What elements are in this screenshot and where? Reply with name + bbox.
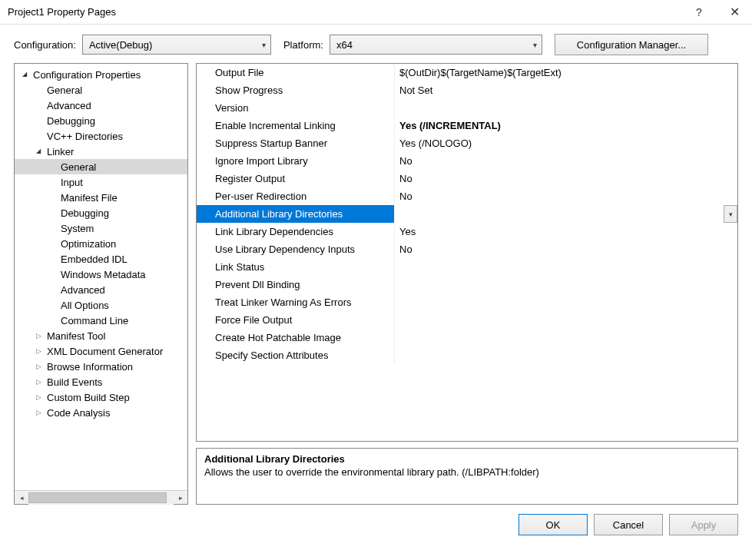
tree-item[interactable]: •VC++ Directories xyxy=(15,128,187,144)
tree-item[interactable]: ▷Build Events xyxy=(15,374,187,389)
property-name: Force File Output xyxy=(197,311,395,329)
property-row[interactable]: Per-user RedirectionNo xyxy=(197,187,737,205)
property-name: Output File xyxy=(197,64,395,81)
scroll-track[interactable] xyxy=(28,491,174,505)
tree-item[interactable]: •Debugging xyxy=(15,205,187,220)
property-name: Suppress Startup Banner xyxy=(197,134,395,152)
tree-item[interactable]: •Manifest File xyxy=(15,190,187,205)
expander-none: • xyxy=(47,194,58,201)
tree-item[interactable]: •Windows Metadata xyxy=(15,267,187,282)
tree-item[interactable]: ▷XML Document Generator xyxy=(15,343,187,359)
tree-item[interactable]: ▷Custom Build Step xyxy=(15,389,187,405)
configuration-manager-button[interactable]: Configuration Manager... xyxy=(555,34,708,55)
ok-button[interactable]: OK xyxy=(518,514,588,535)
property-name: Show Progress xyxy=(197,81,395,99)
scroll-thumb[interactable] xyxy=(28,492,167,503)
property-row[interactable]: Link Library DependenciesYes xyxy=(197,223,737,240)
tree-content: ◢Configuration Properties•General•Advanc… xyxy=(15,64,187,490)
property-row[interactable]: Force File Output xyxy=(197,311,737,329)
property-row[interactable]: Use Library Dependency InputsNo xyxy=(197,240,737,258)
property-row[interactable]: Create Hot Patchable Image xyxy=(197,329,737,346)
tree-item-label: Debugging xyxy=(44,115,95,127)
expander-open-icon[interactable]: ◢ xyxy=(33,148,44,154)
property-row[interactable]: Show ProgressNot Set xyxy=(197,81,737,99)
property-value[interactable]: Not Set xyxy=(395,81,737,99)
tree-item[interactable]: ▷Browse Information xyxy=(15,359,187,374)
expander-closed-icon[interactable]: ▷ xyxy=(33,379,44,386)
expander-closed-icon[interactable]: ▷ xyxy=(33,348,44,355)
property-value[interactable] xyxy=(395,99,737,117)
property-value[interactable]: No xyxy=(395,170,737,187)
property-grid: Output File$(OutDir)$(TargetName)$(Targe… xyxy=(196,63,738,442)
property-row[interactable]: Link Status xyxy=(197,258,737,276)
property-value[interactable] xyxy=(395,311,737,329)
property-row[interactable]: Enable Incremental LinkingYes (/INCREMEN… xyxy=(197,117,737,134)
property-row[interactable]: Suppress Startup BannerYes (/NOLOGO) xyxy=(197,134,737,152)
apply-button[interactable]: Apply xyxy=(669,514,738,535)
scroll-right-icon[interactable]: ▸ xyxy=(174,491,187,505)
property-value[interactable] xyxy=(395,346,737,364)
tree-item[interactable]: •General xyxy=(15,159,187,174)
tree-item[interactable]: •Advanced xyxy=(15,282,187,297)
tree-item[interactable]: •Advanced xyxy=(15,98,187,113)
property-name: Link Status xyxy=(197,258,395,276)
property-value[interactable]: Yes xyxy=(395,223,737,240)
property-value[interactable]: $(OutDir)$(TargetName)$(TargetExt) xyxy=(395,64,737,81)
expander-open-icon[interactable]: ◢ xyxy=(19,71,30,78)
tree-item[interactable]: •System xyxy=(15,220,187,236)
tree-item[interactable]: •General xyxy=(15,82,187,98)
property-dropdown-button[interactable]: ▾ xyxy=(724,205,737,223)
property-row[interactable]: Register OutputNo xyxy=(197,170,737,187)
tree-item[interactable]: •Embedded IDL xyxy=(15,251,187,267)
property-row[interactable]: Specify Section Attributes xyxy=(197,346,737,364)
help-button[interactable]: ? xyxy=(681,0,717,25)
property-row[interactable]: Version xyxy=(197,99,737,117)
tree-item[interactable]: ▷Code Analysis xyxy=(15,405,187,420)
expander-none: • xyxy=(47,302,58,309)
tree-item-label: Windows Metadata xyxy=(58,269,146,280)
tree-item-label: General xyxy=(58,161,96,173)
property-value[interactable]: No xyxy=(395,152,737,170)
close-button[interactable]: ✕ xyxy=(717,0,752,25)
property-row[interactable]: Ignore Import LibraryNo xyxy=(197,152,737,170)
expander-closed-icon[interactable]: ▷ xyxy=(33,409,44,416)
property-row[interactable]: Additional Library Directories▾ xyxy=(197,205,737,223)
property-value[interactable] xyxy=(395,258,737,276)
tree-item[interactable]: •All Options xyxy=(15,297,187,313)
expander-closed-icon[interactable]: ▷ xyxy=(33,363,44,370)
description-title: Additional Library Directories xyxy=(204,453,730,465)
tree-item[interactable]: ◢Linker xyxy=(15,144,187,159)
configuration-dropdown[interactable]: Active(Debug) ▾ xyxy=(82,35,271,55)
property-value[interactable]: No xyxy=(395,240,737,258)
tree-item[interactable]: •Debugging xyxy=(15,113,187,128)
property-value[interactable] xyxy=(395,329,737,346)
property-value[interactable] xyxy=(395,276,737,293)
expander-closed-icon[interactable]: ▷ xyxy=(33,333,44,340)
property-row[interactable]: Treat Linker Warning As Errors xyxy=(197,293,737,311)
property-name: Additional Library Directories xyxy=(197,205,395,223)
property-name: Specify Section Attributes xyxy=(197,346,395,364)
expander-closed-icon[interactable]: ▷ xyxy=(33,394,44,401)
horizontal-scrollbar[interactable]: ◂ ▸ xyxy=(15,490,187,504)
scroll-left-icon[interactable]: ◂ xyxy=(15,491,28,505)
cancel-button[interactable]: Cancel xyxy=(594,514,663,535)
tree-item[interactable]: •Input xyxy=(15,174,187,190)
property-row[interactable]: Output File$(OutDir)$(TargetName)$(Targe… xyxy=(197,64,737,81)
description-body: Allows the user to override the environm… xyxy=(204,466,730,478)
property-value[interactable] xyxy=(395,293,737,311)
tree-item[interactable]: ◢Configuration Properties xyxy=(15,67,187,82)
tree-item[interactable]: ▷Manifest Tool xyxy=(15,328,187,343)
tree-item-label: System xyxy=(58,223,94,234)
property-value[interactable]: No xyxy=(395,187,737,205)
tree-item[interactable]: •Optimization xyxy=(15,236,187,251)
property-value[interactable]: Yes (/NOLOGO) xyxy=(395,134,737,152)
property-value[interactable]: ▾ xyxy=(395,205,737,223)
property-name: Use Library Dependency Inputs xyxy=(197,240,395,258)
tree-item[interactable]: •Command Line xyxy=(15,313,187,328)
property-row[interactable]: Prevent Dll Binding xyxy=(197,276,737,293)
tree-item-label: Manifest Tool xyxy=(44,330,105,342)
expander-none: • xyxy=(47,179,58,186)
platform-dropdown[interactable]: x64 ▾ xyxy=(330,35,542,55)
property-name: Treat Linker Warning As Errors xyxy=(197,293,395,311)
property-value[interactable]: Yes (/INCREMENTAL) xyxy=(395,117,737,134)
